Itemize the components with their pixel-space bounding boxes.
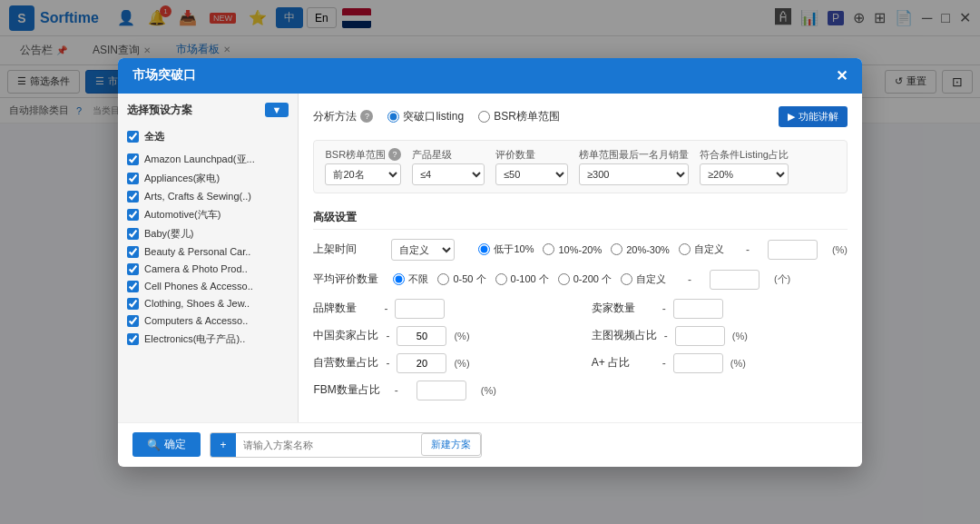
func-icon: ▶ bbox=[788, 111, 795, 123]
cat-checkbox-1[interactable] bbox=[127, 173, 139, 184]
brand-seller-row: 品牌数量 - 卖家数量 - bbox=[313, 299, 848, 319]
brand-count-input[interactable] bbox=[395, 299, 445, 319]
seller-count-label: 卖家数量 bbox=[592, 301, 655, 316]
aplus-ratio-input[interactable] bbox=[673, 353, 723, 373]
review-count-select[interactable]: ≤50 ≤100 ≤200 bbox=[495, 163, 568, 185]
category-list: 全选 Amazon Launchpad(亚... Appliances(家电) … bbox=[127, 127, 289, 349]
modal: 市场突破口 ✕ 选择预设方案 ▼ 全选 Amazon Launchp bbox=[118, 58, 862, 467]
bsr-help-icon[interactable]: ? bbox=[388, 148, 401, 161]
bsr-range-select[interactable]: 前20名 前50名 前100名 bbox=[325, 163, 401, 185]
seller-count-col: 卖家数量 - bbox=[592, 299, 848, 319]
self-ratio-input[interactable] bbox=[397, 353, 446, 373]
modal-body: 选择预设方案 ▼ 全选 Amazon Launchpad(亚... Applia… bbox=[118, 94, 862, 422]
bsr-range-item: BSR榜单范围 ? 前20名 前50名 前100名 bbox=[325, 148, 401, 185]
seller-count-input[interactable] bbox=[673, 299, 723, 319]
radio-custom-review[interactable]: 自定义 bbox=[621, 272, 666, 286]
fbm-row: FBM数量占比 - (%) bbox=[313, 381, 848, 400]
listing-time-options: 低于10% 10%-20% 20%-30% bbox=[478, 242, 723, 256]
list-item[interactable]: Beauty & Personal Car.. bbox=[127, 243, 289, 261]
new-plan-btn[interactable]: 新建方案 bbox=[421, 433, 481, 456]
list-item[interactable]: Automotive(汽车) bbox=[127, 205, 289, 224]
modal-left-panel: 选择预设方案 ▼ 全选 Amazon Launchpad(亚... Applia… bbox=[118, 94, 299, 422]
select-all-checkbox[interactable] bbox=[127, 131, 139, 143]
qualify-ratio-select[interactable]: ≥20% ≥30% ≥50% bbox=[700, 163, 789, 185]
cat-checkbox-6[interactable] bbox=[127, 263, 139, 275]
list-item[interactable]: Baby(婴儿) bbox=[127, 224, 289, 243]
video-ratio-col: 主图视频占比 - (%) bbox=[592, 326, 848, 346]
radio-0-50[interactable]: 0-50 个 bbox=[437, 272, 485, 286]
cn-seller-label: 中国卖家占比 bbox=[313, 328, 378, 343]
radio-0-200[interactable]: 0-200 个 bbox=[558, 272, 612, 286]
analysis-help-icon[interactable]: ? bbox=[360, 110, 373, 123]
cat-label-0: Amazon Launchpad(亚... bbox=[144, 153, 255, 166]
cat-checkbox-2[interactable] bbox=[127, 191, 139, 203]
radio-0-100[interactable]: 0-100 个 bbox=[495, 272, 549, 286]
cat-checkbox-8[interactable] bbox=[127, 298, 139, 310]
review-count-item: 评价数量 ≤50 ≤100 ≤200 bbox=[495, 148, 568, 185]
list-item[interactable]: Arts, Crafts & Sewing(..) bbox=[127, 188, 289, 205]
radio-bsr[interactable]: BSR榜单范围 bbox=[478, 109, 560, 124]
cn-seller-unit: (%) bbox=[454, 331, 469, 341]
radio-low10[interactable]: 低于10% bbox=[478, 242, 534, 256]
cat-checkbox-10[interactable] bbox=[127, 333, 139, 345]
list-item[interactable]: Clothing, Shoes & Jew.. bbox=[127, 295, 289, 312]
cat-checkbox-4[interactable] bbox=[127, 228, 139, 240]
save-input-group: + 新建方案 bbox=[210, 432, 482, 458]
aplus-ratio-col: A+ 占比 - (%) bbox=[592, 353, 848, 373]
advanced-title: 高级设置 bbox=[313, 206, 848, 230]
preset-header: 选择预设方案 ▼ bbox=[127, 103, 289, 118]
cat-checkbox-0[interactable] bbox=[127, 153, 139, 165]
modal-close-btn[interactable]: ✕ bbox=[836, 67, 848, 84]
aplus-ratio-unit: (%) bbox=[730, 358, 746, 369]
star-rating-select[interactable]: ≤4 ≤3 ≤2 bbox=[412, 163, 485, 185]
cn-seller-input[interactable] bbox=[397, 326, 446, 346]
fbm-input[interactable] bbox=[416, 381, 466, 400]
preset-dropdown-btn[interactable]: ▼ bbox=[265, 103, 289, 117]
confirm-btn[interactable]: 🔍 确定 bbox=[132, 432, 201, 457]
list-item[interactable]: Cell Phones & Accesso.. bbox=[127, 278, 289, 295]
list-item[interactable]: Electronics(电子产品).. bbox=[127, 330, 289, 349]
radio-unlimited[interactable]: 不限 bbox=[393, 272, 428, 286]
radio-breakout-label: 突破口listing bbox=[403, 109, 464, 124]
last-monthly-item: 榜单范围最后一名月销量 ≥300 ≥500 ≥1000 bbox=[579, 148, 689, 185]
listing-time-preset[interactable]: 自定义 bbox=[391, 239, 455, 261]
cat-checkbox-5[interactable] bbox=[127, 246, 139, 258]
radio-20-30[interactable]: 20%-30% bbox=[611, 243, 670, 255]
list-item[interactable]: Amazon Launchpad(亚... bbox=[127, 150, 289, 169]
review-count-label: 评价数量 bbox=[495, 148, 568, 162]
last-monthly-label: 榜单范围最后一名月销量 bbox=[579, 148, 689, 162]
list-item[interactable]: Camera & Photo Prod.. bbox=[127, 261, 289, 278]
cat-checkbox-9[interactable] bbox=[127, 315, 139, 327]
save-name-input[interactable] bbox=[236, 433, 421, 457]
listing-time-input[interactable] bbox=[768, 240, 818, 260]
radio-custom-time[interactable]: 自定义 bbox=[679, 242, 724, 256]
fbm-unit: (%) bbox=[481, 385, 496, 396]
preset-title: 选择预设方案 bbox=[127, 103, 192, 118]
cat-checkbox-3[interactable] bbox=[127, 209, 139, 221]
star-rating-item: 产品星级 ≤4 ≤3 ≤2 bbox=[412, 148, 485, 185]
cat-label-5: Beauty & Personal Car.. bbox=[144, 246, 250, 257]
select-all-item[interactable]: 全选 bbox=[127, 127, 289, 146]
list-item[interactable]: Computers & Accesso.. bbox=[127, 312, 289, 330]
video-ratio-input[interactable] bbox=[675, 326, 725, 346]
func-explain-btn[interactable]: ▶ 功能讲解 bbox=[779, 106, 848, 127]
bsr-filter-row: BSR榜单范围 ? 前20名 前50名 前100名 产品星级 ≤4 bbox=[313, 140, 848, 193]
modal-title: 市场突破口 bbox=[132, 67, 196, 84]
avg-review-input[interactable] bbox=[710, 270, 760, 290]
cat-checkbox-7[interactable] bbox=[127, 281, 139, 292]
list-item[interactable]: Appliances(家电) bbox=[127, 169, 289, 188]
save-plus-icon[interactable]: + bbox=[211, 433, 236, 457]
modal-footer: 🔍 确定 + 新建方案 bbox=[118, 422, 862, 467]
radio-breakout[interactable]: 突破口listing bbox=[387, 109, 464, 124]
last-monthly-select[interactable]: ≥300 ≥500 ≥1000 bbox=[579, 163, 689, 185]
radio-10-20[interactable]: 10%-20% bbox=[543, 243, 602, 255]
avg-review-row: 平均评价数量 不限 0-50 个 bbox=[313, 270, 848, 290]
radio-breakout-input[interactable] bbox=[387, 111, 399, 123]
listing-time-dash: - bbox=[746, 243, 750, 256]
radio-bsr-input[interactable] bbox=[478, 111, 490, 123]
avg-review-label: 平均评价数量 bbox=[313, 272, 378, 287]
modal-overlay: 市场突破口 ✕ 选择预设方案 ▼ 全选 Amazon Launchp bbox=[0, 0, 980, 524]
cat-label-9: Computers & Accesso.. bbox=[144, 315, 248, 326]
modal-header: 市场突破口 ✕ bbox=[118, 58, 862, 94]
select-all-label: 全选 bbox=[144, 130, 164, 143]
